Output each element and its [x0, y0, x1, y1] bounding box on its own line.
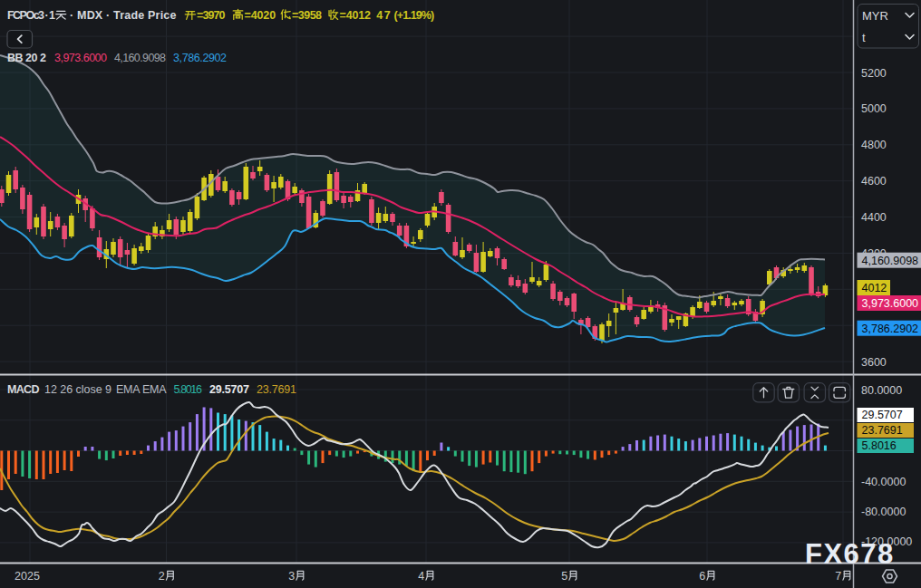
svg-text:4,160.9098: 4,160.9098 — [862, 255, 919, 267]
svg-text:3: 3 — [288, 570, 295, 583]
svg-text:MACD: MACD — [7, 383, 40, 396]
svg-text:-80.0000: -80.0000 — [861, 506, 906, 518]
svg-text:4600: 4600 — [861, 175, 887, 188]
svg-text:29.5707: 29.5707 — [209, 383, 249, 396]
svg-text:2025: 2025 — [15, 570, 40, 583]
svg-text:4,160.9098: 4,160.9098 — [114, 52, 166, 64]
svg-text:29.5707: 29.5707 — [862, 409, 903, 421]
svg-text:3,973.6000: 3,973.6000 — [54, 52, 107, 64]
svg-text:FCPOc3 · 1: FCPOc3 · 1 — [7, 9, 55, 22]
svg-text:4: 4 — [418, 570, 424, 583]
svg-text:-40.0000: -40.0000 — [861, 476, 906, 488]
svg-text:80.0000: 80.0000 — [861, 384, 902, 397]
svg-text:23.7691: 23.7691 — [862, 424, 903, 437]
svg-text:3,786.2902: 3,786.2902 — [173, 52, 227, 64]
svg-text:=3970: =3970 — [197, 9, 226, 22]
svg-text:=4020: =4020 — [245, 9, 276, 22]
svg-text:5: 5 — [561, 570, 567, 583]
svg-text:BB 20 2: BB 20 2 — [7, 52, 46, 64]
svg-text:3,973.6000: 3,973.6000 — [862, 297, 919, 310]
svg-text:4012: 4012 — [862, 282, 887, 294]
svg-text:5200: 5200 — [861, 67, 887, 80]
svg-text:23.7691: 23.7691 — [257, 383, 296, 396]
svg-text:4800: 4800 — [861, 139, 887, 151]
svg-text:5000: 5000 — [861, 102, 887, 115]
svg-text:7: 7 — [835, 570, 841, 583]
svg-text:FX678: FX678 — [805, 538, 895, 570]
svg-text:5.8016: 5.8016 — [862, 439, 897, 452]
svg-text:· MDX · Trade Price: · MDX · Trade Price — [70, 9, 176, 22]
svg-text:47: 47 — [376, 9, 390, 22]
svg-text:6: 6 — [699, 570, 705, 583]
svg-text:2: 2 — [159, 570, 165, 583]
svg-text:5.8016: 5.8016 — [173, 383, 202, 396]
svg-text:(+1.19%): (+1.19%) — [394, 9, 435, 22]
svg-text:=3958: =3958 — [292, 9, 322, 22]
svg-text:3600: 3600 — [861, 356, 887, 369]
svg-text:t: t — [862, 31, 866, 44]
svg-text:3,786.2902: 3,786.2902 — [862, 323, 919, 335]
svg-text:EMA EMA: EMA EMA — [116, 383, 167, 396]
svg-text:=4012: =4012 — [340, 9, 372, 22]
svg-text:12 26 close 9: 12 26 close 9 — [44, 383, 111, 396]
svg-text:MYR: MYR — [862, 9, 888, 23]
svg-text:4400: 4400 — [861, 211, 887, 224]
